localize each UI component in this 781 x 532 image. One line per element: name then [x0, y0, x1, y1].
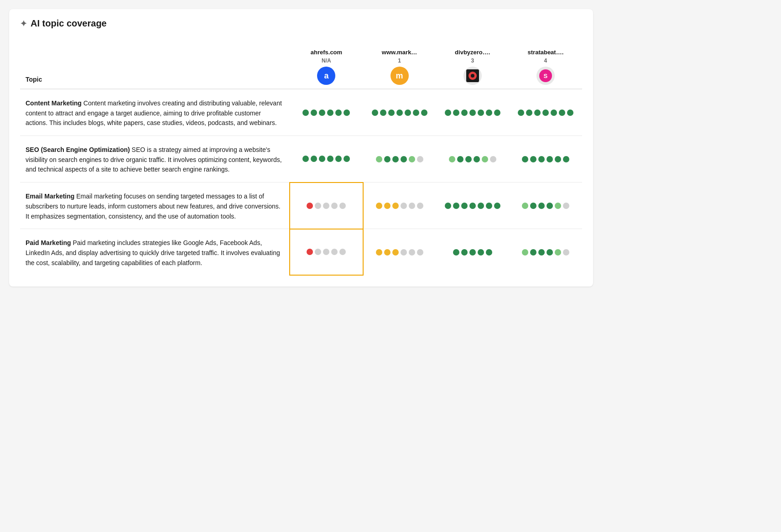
green-light-dot: [522, 203, 528, 209]
green-dark-dot: [559, 110, 565, 116]
topic-cell-email-marketing: Email Marketing Email marketing focuses …: [20, 183, 290, 229]
green-dark-dot: [547, 249, 553, 256]
topic-title: Email Marketing: [26, 193, 74, 200]
green-dark-dot: [453, 110, 459, 116]
dot-cell-seo-1: [363, 136, 436, 183]
gray-dot: [409, 249, 415, 256]
dot-cell-email-marketing-1: [363, 183, 436, 229]
green-dark-dot: [469, 249, 476, 256]
dots-row: [296, 249, 357, 255]
green-dark-dot: [534, 110, 541, 116]
dot-cell-content-marketing-1: [363, 89, 436, 136]
gray-dot: [417, 156, 423, 162]
green-dark-dot: [567, 110, 573, 116]
dot-cell-content-marketing-3: [509, 89, 582, 136]
dots-row: [515, 110, 577, 116]
dot-cell-paid-marketing-1: [363, 229, 436, 276]
avatar-marketer: m: [390, 67, 409, 85]
gray-dot: [401, 203, 407, 209]
page-title: ✦ AI topic coverage: [20, 18, 582, 34]
yellow-dot: [392, 249, 399, 256]
topic-cell-content-marketing: Content Marketing Content marketing invo…: [20, 89, 290, 136]
green-dark-dot: [522, 156, 528, 162]
topic-title: SEO (Search Engine Optimization): [26, 146, 130, 153]
green-dark-dot: [344, 156, 350, 162]
green-dark-dot: [547, 156, 553, 162]
green-dark-dot: [392, 156, 399, 162]
green-dark-dot: [469, 110, 476, 116]
gray-dot: [339, 203, 346, 209]
dots-row: [515, 249, 577, 256]
gray-dot: [417, 249, 423, 256]
dots-row: [369, 203, 431, 209]
green-dark-dot: [335, 156, 342, 162]
green-dark-dot: [486, 249, 492, 256]
dot-cell-content-marketing-2: [436, 89, 509, 136]
green-dark-dot: [530, 249, 536, 256]
gray-dot: [401, 249, 407, 256]
green-dark-dot: [388, 110, 395, 116]
green-dark-dot: [421, 110, 427, 116]
dots-row: [442, 249, 504, 256]
green-dark-dot: [542, 110, 549, 116]
gray-dot: [563, 203, 569, 209]
gray-dot: [331, 203, 338, 209]
table-row: Paid Marketing Paid marketing includes s…: [20, 229, 582, 276]
green-dark-dot: [563, 156, 569, 162]
green-dark-dot: [335, 110, 342, 116]
table-row: Content Marketing Content marketing invo…: [20, 89, 582, 136]
green-light-dot: [449, 156, 455, 162]
dots-row: [295, 156, 357, 162]
green-dark-dot: [530, 156, 536, 162]
gray-dot: [409, 203, 415, 209]
gray-dot: [490, 156, 496, 162]
site-col-stratabeat: stratabeat…. 4 S: [509, 45, 582, 89]
site-col-marketer: www.mark… 1 m: [363, 45, 436, 89]
main-container: ✦ AI topic coverage Topic ahrefs.com N/A…: [9, 9, 593, 287]
green-dark-dot: [344, 110, 350, 116]
green-dark-dot: [526, 110, 532, 116]
yellow-dot: [392, 203, 399, 209]
yellow-dot: [376, 249, 382, 256]
green-dark-dot: [530, 203, 536, 209]
avatar-divbyzero: [463, 67, 482, 85]
gray-dot: [563, 249, 569, 256]
green-dark-dot: [461, 249, 468, 256]
green-dark-dot: [465, 156, 472, 162]
dots-row: [442, 156, 504, 162]
green-light-dot: [376, 156, 382, 162]
green-dark-dot: [547, 203, 553, 209]
green-dark-dot: [478, 249, 484, 256]
yellow-dot: [376, 203, 382, 209]
table-row: Email Marketing Email marketing focuses …: [20, 183, 582, 229]
green-dark-dot: [372, 110, 378, 116]
green-dark-dot: [327, 156, 333, 162]
green-dark-dot: [413, 110, 419, 116]
dots-row: [442, 203, 504, 209]
avatar-stratabeat: S: [536, 67, 555, 85]
gray-dot: [331, 249, 338, 255]
dot-cell-paid-marketing-3: [509, 229, 582, 276]
dots-row: [369, 156, 431, 162]
gray-dot: [323, 249, 329, 255]
site-col-ahrefs: ahrefs.com N/A a: [290, 45, 363, 89]
green-dark-dot: [486, 203, 492, 209]
dot-cell-seo-3: [509, 136, 582, 183]
green-light-dot: [482, 156, 488, 162]
green-light-dot: [522, 249, 528, 256]
dots-row: [515, 156, 577, 162]
dot-cell-email-marketing-0: [290, 183, 363, 229]
yellow-dot: [384, 249, 390, 256]
green-dark-dot: [327, 110, 333, 116]
green-dark-dot: [551, 110, 557, 116]
green-dark-dot: [538, 249, 545, 256]
green-dark-dot: [538, 203, 545, 209]
green-dark-dot: [494, 203, 500, 209]
sparkle-icon: ✦: [20, 19, 27, 29]
green-light-dot: [409, 156, 415, 162]
green-dark-dot: [319, 156, 325, 162]
table-row: SEO (Search Engine Optimization) SEO is …: [20, 136, 582, 183]
green-dark-dot: [453, 203, 459, 209]
dot-cell-seo-2: [436, 136, 509, 183]
green-dark-dot: [494, 110, 500, 116]
